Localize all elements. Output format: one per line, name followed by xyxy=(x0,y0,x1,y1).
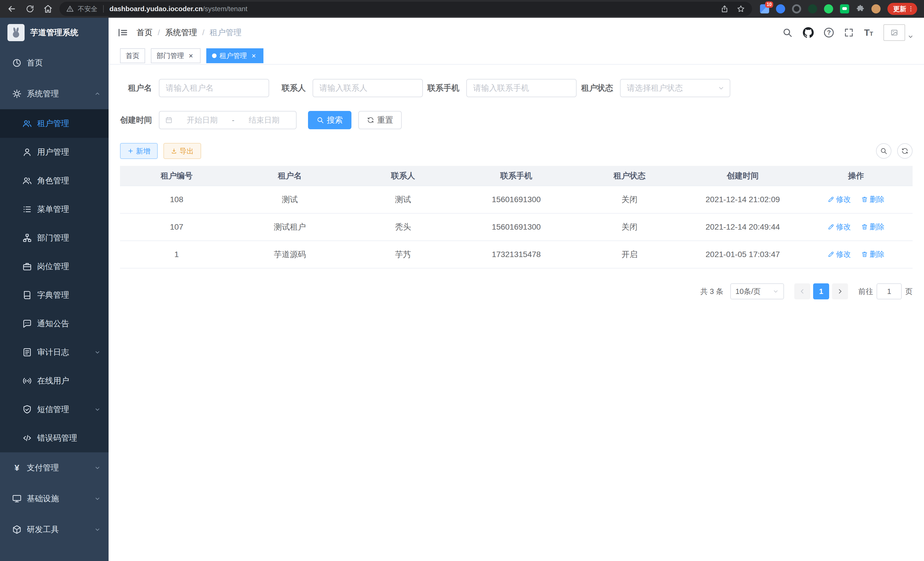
close-icon[interactable]: × xyxy=(187,52,195,60)
extension-icon[interactable] xyxy=(808,4,817,14)
chevron-down-icon xyxy=(772,288,779,295)
sidebar-item-dict[interactable]: 字典管理 xyxy=(0,281,109,309)
edit-button[interactable]: 修改 xyxy=(827,194,851,205)
sidebar-item-infra[interactable]: 基础设施 xyxy=(0,483,109,514)
date-range-separator: - xyxy=(232,116,235,125)
sidebar-item-label: 支付管理 xyxy=(27,462,89,473)
sidebar-item-user[interactable]: 用户管理 xyxy=(0,138,109,166)
sidebar-item-menu[interactable]: 菜单管理 xyxy=(0,195,109,224)
delete-button[interactable]: 删除 xyxy=(861,222,885,232)
edit-label: 修改 xyxy=(836,249,851,259)
table-row: 108 测试 测试 15601691300 关闭 2021-12-14 21:0… xyxy=(120,186,913,213)
cell-tenant-name: 测试 xyxy=(233,186,346,213)
breadcrumb: 首页 / 系统管理 / 租户管理 xyxy=(136,27,242,38)
sidebar-item-home[interactable]: 首页 xyxy=(0,47,109,78)
chevron-down-icon xyxy=(718,85,724,92)
address-bar[interactable]: 不安全 dashboard.yudao.iocoder.cn/system/te… xyxy=(59,2,752,16)
extension-icon[interactable] xyxy=(824,4,833,14)
col-tenant-id: 租户编号 xyxy=(120,166,233,186)
top-navbar: 首页 / 系统管理 / 租户管理 ? TT xyxy=(109,18,924,47)
search-button[interactable]: 搜索 xyxy=(308,111,351,129)
plus-icon xyxy=(128,148,134,154)
browser-profile-avatar[interactable] xyxy=(872,4,880,14)
reset-button[interactable]: 重置 xyxy=(358,111,402,129)
page-number-current[interactable]: 1 xyxy=(813,283,829,299)
sidebar-item-error-code[interactable]: 错误码管理 xyxy=(0,424,109,452)
sidebar-item-system[interactable]: 系统管理 xyxy=(0,78,109,109)
reload-icon[interactable] xyxy=(26,5,34,13)
sidebar-item-dev-tools[interactable]: 研发工具 xyxy=(0,514,109,545)
edit-button[interactable]: 修改 xyxy=(827,249,851,259)
breadcrumb-home[interactable]: 首页 xyxy=(136,27,153,38)
tenant-status-select[interactable]: 请选择租户状态 xyxy=(620,79,730,97)
trash-icon xyxy=(861,251,868,258)
sidebar-item-online-users[interactable]: 在线用户 xyxy=(0,367,109,395)
edit-label: 修改 xyxy=(836,222,851,232)
sidebar-item-label: 审计日志 xyxy=(37,347,89,358)
sidebar-item-audit-log[interactable]: 审计日志 xyxy=(0,338,109,367)
tab-tenant[interactable]: 租户管理 × xyxy=(206,48,263,63)
sidebar-collapse-icon[interactable] xyxy=(117,27,129,38)
tab-home[interactable]: 首页 xyxy=(120,48,145,63)
create-time-label: 创建时间 xyxy=(120,115,159,126)
home-icon[interactable] xyxy=(44,4,52,14)
contact-input[interactable] xyxy=(313,79,423,97)
add-button[interactable]: 新增 xyxy=(120,143,158,159)
filter-status: 租户状态 请选择租户状态 xyxy=(581,79,730,97)
phone-input[interactable] xyxy=(466,79,577,97)
sidebar-item-sms[interactable]: 短信管理 xyxy=(0,395,109,424)
sidebar-item-payment[interactable]: ¥ 支付管理 xyxy=(0,452,109,483)
next-page-button[interactable] xyxy=(832,283,848,299)
goto-page-input[interactable] xyxy=(877,283,902,299)
trash-icon xyxy=(861,196,868,203)
screen: 不安全 dashboard.yudao.iocoder.cn/system/te… xyxy=(0,0,924,561)
extension-icon[interactable]: 10 xyxy=(760,4,769,14)
sidebar-item-role[interactable]: 角色管理 xyxy=(0,166,109,195)
edit-icon xyxy=(827,196,834,203)
breadcrumb-system[interactable]: 系统管理 xyxy=(165,27,197,38)
sidebar-item-dept[interactable]: 部门管理 xyxy=(0,224,109,252)
user-avatar-menu[interactable] xyxy=(884,24,914,41)
t enant-name-input[interactable] xyxy=(159,79,269,97)
export-button[interactable]: 导出 xyxy=(164,143,201,159)
extension-icon[interactable] xyxy=(792,4,801,14)
font-size-icon[interactable]: TT xyxy=(864,28,873,37)
sidebar-item-tenant[interactable]: 租户管理 xyxy=(0,109,109,138)
sidebar-item-label: 用户管理 xyxy=(37,147,100,158)
sidebar-item-notice[interactable]: 通知公告 xyxy=(0,309,109,338)
page-size-select[interactable]: 10条/页 xyxy=(730,283,784,299)
sidebar-item-post[interactable]: 岗位管理 xyxy=(0,252,109,281)
extension-icon[interactable] xyxy=(776,4,785,14)
refresh-table-button[interactable] xyxy=(897,143,913,159)
prev-page-button[interactable] xyxy=(794,283,810,299)
fullscreen-icon[interactable] xyxy=(844,28,854,38)
table-row: 1 芋道源码 芋艿 17321315478 开启 2021-01-05 17:0… xyxy=(120,241,913,268)
search-icon[interactable] xyxy=(782,27,793,38)
extensions-puzzle-icon[interactable] xyxy=(856,5,865,13)
close-icon[interactable]: × xyxy=(250,52,258,60)
extension-icon[interactable] xyxy=(840,4,849,14)
edit-button[interactable]: 修改 xyxy=(827,222,851,232)
browser-update-button[interactable]: 更新 xyxy=(887,3,917,15)
chevron-up-icon xyxy=(94,91,100,97)
delete-button[interactable]: 删除 xyxy=(861,249,885,259)
toggle-search-button[interactable] xyxy=(876,143,891,159)
chevron-down-icon xyxy=(94,465,100,471)
github-icon[interactable] xyxy=(803,27,814,38)
create-time-range-picker[interactable]: 开始日期 - 结束日期 xyxy=(159,111,297,129)
dashboard-icon xyxy=(12,58,22,68)
filter-tenant-name: 租户名 xyxy=(120,79,269,97)
share-icon[interactable] xyxy=(721,5,729,13)
calendar-icon xyxy=(165,116,172,124)
help-icon[interactable]: ? xyxy=(824,28,834,38)
back-icon[interactable] xyxy=(7,4,16,14)
extensions-area: 10 xyxy=(760,4,880,14)
tab-label: 部门管理 xyxy=(157,51,184,60)
delete-button[interactable]: 删除 xyxy=(861,194,885,205)
tab-dept[interactable]: 部门管理 × xyxy=(151,48,201,63)
delete-label: 删除 xyxy=(870,194,885,205)
cell-actions: 修改 删除 xyxy=(800,186,913,213)
app-logo[interactable]: 芋道管理系统 xyxy=(0,18,109,47)
cell-created: 2021-12-14 20:49:44 xyxy=(686,213,799,241)
bookmark-star-icon[interactable] xyxy=(736,5,745,13)
